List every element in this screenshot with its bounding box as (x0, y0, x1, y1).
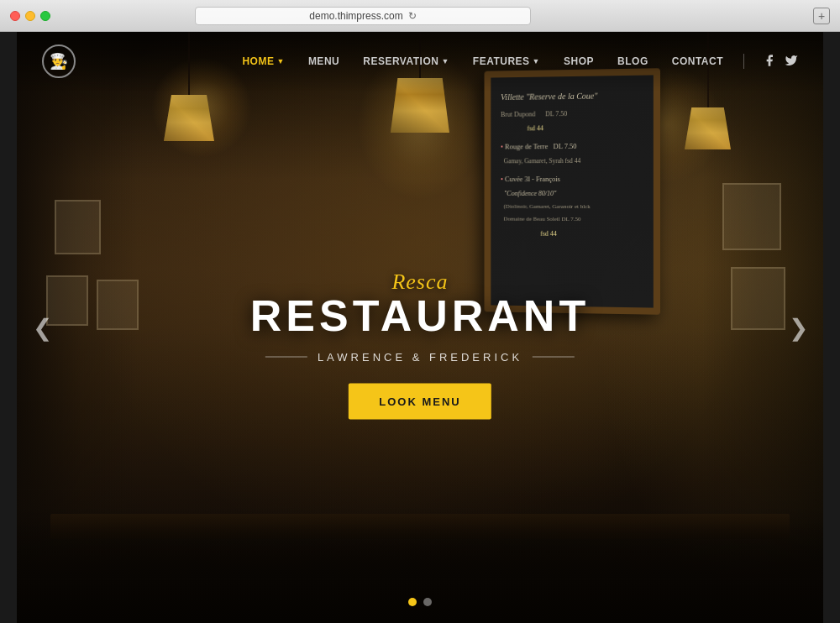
slider-dots (408, 598, 432, 606)
chalk-line-5: Gamay, Gamaret, Syrah fsd 44 (501, 154, 643, 167)
logo-icon: 👨‍🍳 (50, 52, 68, 71)
website-content: Villette "Reserve de la Coue" Brut Dupon… (17, 32, 823, 623)
wall-frame-1 (55, 200, 101, 254)
nav-links: HOME ▼ MENU RESERVATION ▼ FEATURES ▼ SHO… (232, 49, 798, 74)
nav-item-reservation[interactable]: RESERVATION ▼ (353, 49, 459, 74)
wall-frame-3 (97, 280, 139, 330)
chalk-line-9: Domaine de Beau Soleil DL 7.50 (501, 214, 643, 226)
traffic-lights (10, 11, 50, 21)
divider-line-left (265, 357, 307, 358)
minimize-button[interactable] (25, 11, 35, 21)
wall-frame-4 (722, 183, 781, 250)
lamp-shade-left (164, 95, 214, 141)
chalkboard-text: Villette "Reserve de la Coue" Brut Dupon… (501, 87, 643, 241)
nav-item-home[interactable]: HOME ▼ (232, 49, 294, 74)
hero-content: Resca RESTAURANT LAWRENCE & FREDERICK LO… (250, 270, 590, 420)
lamp-shade-right (685, 107, 731, 149)
nav-item-menu[interactable]: MENU (298, 49, 349, 74)
silhouettes (17, 522, 823, 623)
home-dropdown-icon: ▼ (276, 57, 284, 65)
chalk-line-4: • Rouge de Terre DL 7.50 (501, 139, 643, 154)
fullscreen-button[interactable] (40, 11, 50, 21)
nav-item-features[interactable]: FEATURES ▼ (463, 49, 550, 74)
url-bar[interactable]: demo.thimpress.com ↻ (195, 7, 531, 25)
nav-social (763, 54, 798, 70)
slider-arrow-right[interactable]: ❯ (781, 311, 815, 344)
wall-frame-5 (731, 267, 785, 330)
url-text: demo.thimpress.com (309, 10, 402, 22)
nav-item-blog[interactable]: BLOG (607, 49, 659, 74)
facebook-icon[interactable] (763, 54, 776, 70)
logo[interactable]: 👨‍🍳 (42, 44, 76, 78)
twitter-icon[interactable] (785, 54, 798, 70)
look-menu-button[interactable]: LOOK MENU (349, 384, 491, 420)
browser-chrome: demo.thimpress.com ↻ + (0, 0, 840, 32)
chalk-line-6: • Cuvée 3l - François (501, 172, 643, 186)
slider-dot-1[interactable] (408, 598, 417, 606)
chalk-line-2: Brut Dupond DL 7.50 (501, 107, 643, 121)
close-button[interactable] (10, 11, 20, 21)
hero-title: RESTAURANT (250, 291, 590, 341)
chalk-line-3: fsd 44 (501, 121, 643, 135)
nav-item-contact[interactable]: CONTACT (662, 49, 733, 74)
divider-line-right (533, 357, 575, 358)
refresh-icon[interactable]: ↻ (408, 10, 417, 22)
features-dropdown-icon: ▼ (533, 57, 540, 65)
nav-separator (743, 54, 744, 69)
navigation: 👨‍🍳 HOME ▼ MENU RESERVATION ▼ FEATURES ▼… (17, 32, 823, 91)
chalk-line-10: fsd 44 (501, 227, 643, 240)
reservation-dropdown-icon: ▼ (441, 57, 449, 65)
hero-subtitle: LAWRENCE & FREDERICK (318, 351, 522, 364)
new-tab-button[interactable]: + (813, 8, 830, 24)
nav-item-shop[interactable]: SHOP (554, 49, 604, 74)
chalk-line-8: (Diolinoir, Gamaret, Garanoir et blck (501, 202, 643, 213)
hero-divider: LAWRENCE & FREDERICK (250, 351, 590, 364)
slider-dot-2[interactable] (423, 598, 432, 606)
slider-arrow-left[interactable]: ❮ (25, 311, 59, 344)
chalk-line-7: "Confidence 80/10" (501, 187, 643, 200)
